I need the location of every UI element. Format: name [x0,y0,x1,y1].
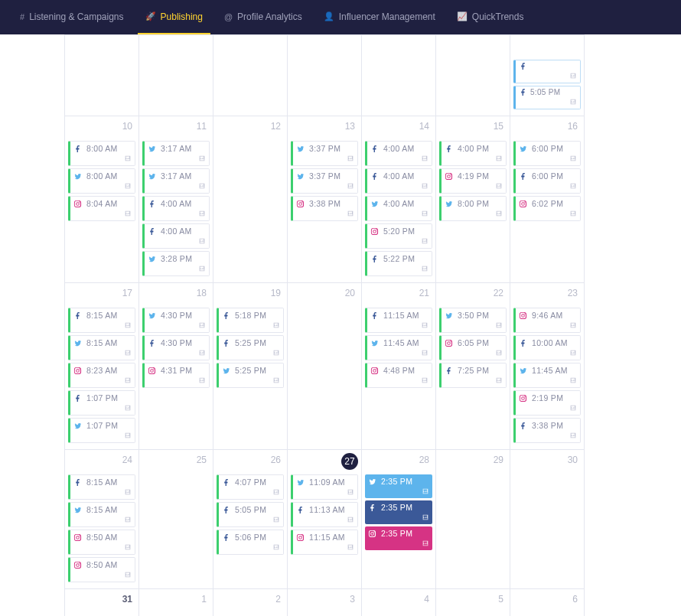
scheduled-post[interactable]: 4:07 PM [217,474,284,500]
scheduled-post[interactable]: 5:25 PM [217,363,284,388]
scheduled-post[interactable]: 2:19 PM [513,390,581,416]
calendar-cell[interactable]: 154:00 PM4:19 PM8:00 PM [436,116,510,283]
calendar-cell[interactable]: 108:00 AM8:00 AM8:04 AM [65,116,139,283]
scheduled-post[interactable]: 4:31 PM [142,363,210,388]
scheduled-post[interactable]: 4:19 PM [439,168,507,194]
scheduled-post[interactable]: 5:20 PM [365,223,432,249]
scheduled-post[interactable]: 4:00 AM [142,196,210,221]
scheduled-post[interactable]: 8:00 PM [439,196,507,221]
calendar-cell[interactable]: 4 [362,589,436,616]
calendar-cell[interactable] [362,35,436,116]
nav-quicktrends[interactable]: 📈 QuickTrends [449,1,532,34]
calendar-cell[interactable]: 184:30 PM4:30 PM4:31 PM [139,283,213,450]
nav-profile-analytics[interactable]: @ Profile Analytics [217,1,310,34]
calendar-cell[interactable]: 166:00 PM6:00 PM6:02 PM [510,116,585,283]
calendar-cell[interactable] [436,35,510,116]
scheduled-post[interactable]: 11:09 AM [291,474,358,500]
scheduled-post[interactable]: 4:00 AM [142,223,210,249]
calendar-cell[interactable]: 30 [510,450,585,589]
scheduled-post[interactable]: 8:50 AM [68,530,135,555]
scheduled-post[interactable]: 4:30 PM [142,335,210,360]
scheduled-post[interactable]: 4:00 AM [365,141,432,166]
calendar-cell[interactable]: 12 [213,116,288,283]
scheduled-post[interactable]: 4:48 PM [365,363,432,388]
scheduled-post[interactable]: 10:00 AM [513,335,581,360]
scheduled-post[interactable]: 2:35 PM [365,474,432,498]
scheduled-post[interactable]: 5:22 PM [365,251,432,276]
scheduled-post[interactable]: 5:25 PM [217,335,284,360]
calendar-cell[interactable]: 5 [436,589,510,616]
scheduled-post[interactable]: 8:04 AM [68,196,135,221]
calendar-cell[interactable]: 2111:15 AM11:45 AM4:48 PM [362,283,436,450]
calendar-cell[interactable]: 248:15 AM8:15 AM8:50 AM8:50 AM [65,450,139,589]
scheduled-post[interactable]: 6:00 PM [513,168,581,194]
scheduled-post[interactable]: 11:15 AM [365,308,432,333]
scheduled-post[interactable]: 7:25 PM [439,363,507,388]
calendar-cell[interactable]: 133:37 PM3:37 PM3:38 PM [288,116,362,283]
scheduled-post[interactable]: 8:00 AM [68,141,135,166]
calendar-cell[interactable]: 6 [510,589,585,616]
scheduled-post[interactable]: 4:00 AM [365,168,432,194]
scheduled-post[interactable]: 8:50 AM [68,557,135,582]
calendar-cell[interactable]: 223:50 PM6:05 PM7:25 PM [436,283,510,450]
scheduled-post[interactable]: 2:35 PM [365,500,432,524]
scheduled-post[interactable]: 8:15 AM [68,474,135,500]
scheduled-post[interactable]: 11:45 AM [513,363,581,388]
calendar-cell[interactable]: 264:07 PM5:05 PM5:06 PM [213,450,288,589]
scheduled-post[interactable]: 11:15 AM [291,530,358,555]
scheduled-post[interactable]: 3:38 PM [291,196,358,221]
scheduled-post[interactable]: 5:06 PM [217,530,284,555]
scheduled-post[interactable]: 8:15 AM [68,308,135,333]
scheduled-post[interactable]: 8:15 AM [68,335,135,360]
scheduled-post[interactable]: 8:00 AM [68,168,135,194]
nav-influencer-mgmt[interactable]: 👤 Influencer Management [316,1,443,34]
scheduled-post[interactable]: 3:17 AM [142,168,210,194]
calendar-cell[interactable]: 1 [139,589,213,616]
scheduled-post[interactable]: 6:02 PM [513,196,581,221]
scheduled-post[interactable]: 4:00 AM [365,196,432,221]
calendar-cell[interactable]: 2711:09 AM11:13 AM11:15 AM [288,450,362,589]
scheduled-post[interactable]: 6:00 PM [513,141,581,166]
nav-publishing[interactable]: 🚀 Publishing [138,1,210,34]
calendar-cell[interactable]: 25 [139,450,213,589]
scheduled-post[interactable]: 1:07 PM [68,418,135,443]
calendar-cell[interactable]: 2 [213,589,288,616]
calendar-cell[interactable] [288,35,362,116]
scheduled-post[interactable]: 11:13 AM [291,502,358,527]
scheduled-post[interactable]: 3:37 PM [291,141,358,166]
scheduled-post[interactable]: 4:30 PM [142,308,210,333]
scheduled-post[interactable]: 9:46 AM [513,308,581,333]
scheduled-post[interactable]: 4:00 PM [439,141,507,166]
calendar-cell[interactable]: 282:35 PM2:35 PM2:35 PM [362,450,436,589]
calendar-cell[interactable]: 31 [65,589,139,616]
scheduled-post[interactable]: 11:45 AM [365,335,432,360]
scheduled-post[interactable]: 6:05 PM [439,335,507,360]
scheduled-post[interactable]: 3:17 AM [142,141,210,166]
scheduled-post[interactable]: 5:05 PM [513,86,581,109]
scheduled-post[interactable]: 8:23 AM [68,363,135,388]
scheduled-post[interactable]: 5:18 PM [217,308,284,333]
calendar-cell[interactable] [65,35,139,116]
calendar-cell[interactable]: 29 [436,450,510,589]
calendar-cell[interactable]: 178:15 AM8:15 AM8:23 AM1:07 PM1:07 PM [65,283,139,450]
calendar-cell[interactable]: 3 [288,589,362,616]
calendar-cell[interactable]: 113:17 AM3:17 AM4:00 AM4:00 AM3:28 PM [139,116,213,283]
calendar-cell[interactable]: 195:18 PM5:25 PM5:25 PM [213,283,288,450]
scheduled-post[interactable]: 5:05 PM [217,502,284,527]
calendar-cell[interactable]: 144:00 AM4:00 AM4:00 AM5:20 PM5:22 PM [362,116,436,283]
calendar-cell[interactable]: 239:46 AM10:00 AM11:45 AM2:19 PM3:38 PM [510,283,585,450]
calendar-cell[interactable]: 5:05 PM [510,35,585,116]
calendar-cell[interactable] [139,35,213,116]
calendar-cell[interactable]: 20 [288,283,362,450]
scheduled-post[interactable]: 3:37 PM [291,168,358,194]
scheduled-post[interactable]: 1:07 PM [68,390,135,416]
nav-listening[interactable]: # Listening & Campaigns [12,1,132,34]
scheduled-post[interactable]: 3:38 PM [513,418,581,443]
scheduled-post[interactable] [513,60,581,83]
scheduled-post[interactable]: 2:35 PM [365,526,432,550]
scheduled-post[interactable]: 8:15 AM [68,502,135,527]
scheduled-post[interactable]: 3:28 PM [142,251,210,276]
image-icon [569,182,577,191]
calendar-cell[interactable] [213,35,288,116]
scheduled-post[interactable]: 3:50 PM [439,308,507,333]
